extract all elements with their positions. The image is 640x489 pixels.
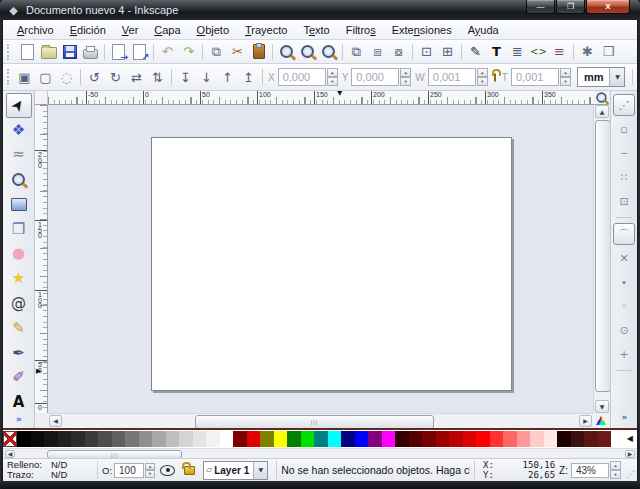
menu-edicion[interactable]: Edición [62, 22, 114, 38]
menu-capa[interactable]: Capa [146, 22, 188, 38]
select-all-icon[interactable]: ▣ [14, 67, 35, 87]
color-swatch[interactable] [584, 431, 598, 447]
color-swatch[interactable] [274, 431, 288, 447]
layers-dialog-icon[interactable]: ≣ [507, 42, 528, 62]
star-tool[interactable]: ★ [6, 266, 32, 291]
width-field-spinner[interactable]: ▲▼ [477, 68, 488, 86]
color-swatch[interactable] [166, 431, 180, 447]
snap-master-toggle[interactable]: ⋰ [613, 94, 635, 116]
fill-stroke-dialog-icon[interactable]: ✎ [465, 42, 486, 62]
color-swatch[interactable] [85, 431, 99, 447]
lock-ratio-icon[interactable] [494, 73, 496, 82]
sticky-zoom-button[interactable] [593, 91, 609, 105]
flip-vertical-icon[interactable]: ⇅ [147, 67, 168, 87]
vertical-ruler[interactable]: 2 0 01 5 01 0 05 00▶ [35, 105, 48, 413]
color-swatch[interactable] [301, 431, 315, 447]
zoom-spinner[interactable]: ▲▼ [610, 461, 621, 479]
unlink-clone-icon[interactable]: ⧇ [388, 42, 409, 62]
opacity-spinner[interactable]: ▲▼ [145, 463, 155, 478]
color-swatch[interactable] [382, 431, 396, 447]
spiral-tool[interactable]: @ [6, 291, 32, 316]
zoom-input[interactable]: 43% [571, 463, 609, 478]
snap-cusp-nodes[interactable]: ∙ [613, 271, 635, 293]
snap-bounding-box[interactable]: ▫ [613, 118, 635, 140]
color-swatch[interactable] [71, 431, 85, 447]
snap-midpoints[interactable]: ⊙ [613, 319, 635, 341]
color-swatch[interactable] [260, 431, 274, 447]
raise-to-top-icon[interactable]: ↥ [238, 67, 259, 87]
height-field-input[interactable]: 0,001 [511, 68, 559, 86]
scroll-up-arrow[interactable]: ▲ [595, 105, 609, 118]
menu-trayecto[interactable]: Trayecto [237, 22, 295, 38]
scroll-right-arrow[interactable]: ▶ [579, 415, 592, 427]
open-document-icon[interactable] [38, 42, 59, 62]
horizontal-scrollbar-thumb[interactable]: ||| [195, 415, 434, 428]
color-swatch[interactable] [395, 431, 409, 447]
title-bar[interactable]: ◆ Documento nuevo 4 - Inkscape — ❐ X [0, 0, 640, 20]
import-icon[interactable]: → [108, 42, 129, 62]
rotate-ccw-icon[interactable]: ↺ [84, 67, 105, 87]
color-swatch[interactable] [125, 431, 139, 447]
color-swatch[interactable] [44, 431, 58, 447]
color-swatch[interactable] [490, 431, 504, 447]
y-field-spinner[interactable]: ▲▼ [400, 68, 411, 86]
color-swatch[interactable] [341, 431, 355, 447]
snap-bbox-midpoints[interactable]: ⊡ [613, 190, 635, 212]
snap-bbox-edges[interactable]: ┄ [613, 142, 635, 164]
color-swatch[interactable] [557, 431, 571, 447]
resize-grip[interactable]: ⋰ [623, 461, 637, 479]
scroll-left-arrow[interactable]: ◀ [49, 415, 62, 427]
palette-scroll-right-arrow[interactable]: ▶ [625, 450, 635, 458]
new-document-icon[interactable] [17, 42, 38, 62]
color-swatch[interactable] [152, 431, 166, 447]
color-managed-display-button[interactable] [593, 413, 609, 428]
lower-to-bottom-icon[interactable]: ↧ [175, 67, 196, 87]
maximize-button[interactable]: ❐ [556, 0, 585, 14]
width-field-input[interactable]: 0,001 [428, 68, 476, 86]
color-swatch[interactable] [368, 431, 382, 447]
color-swatch[interactable] [530, 431, 544, 447]
vertical-scrollbar-thumb[interactable] [595, 120, 611, 392]
print-icon[interactable] [80, 42, 101, 62]
menu-archivo[interactable]: Archivo [9, 22, 62, 38]
snap-rotation-centers[interactable]: + [613, 343, 635, 365]
no-color-swatch[interactable] [3, 431, 17, 447]
toolbar-grip[interactable] [7, 69, 9, 85]
rotate-cw-icon[interactable]: ↻ [105, 67, 126, 87]
color-swatch[interactable] [476, 431, 490, 447]
page[interactable] [151, 137, 512, 391]
snap-smooth-nodes[interactable]: ◦ [613, 295, 635, 317]
color-swatch[interactable] [98, 431, 112, 447]
box-3d-tool[interactable]: ❐ [6, 217, 32, 242]
snapbar-overflow-chevron[interactable]: » [622, 413, 627, 422]
align-dialog-icon[interactable]: ≡ [549, 42, 570, 62]
flip-horizontal-icon[interactable]: ⇄ [126, 67, 147, 87]
color-swatch[interactable] [193, 431, 207, 447]
cut-icon[interactable]: ✂ [227, 42, 248, 62]
color-swatch[interactable] [355, 431, 369, 447]
zoom-tool[interactable] [6, 167, 32, 192]
color-swatch[interactable] [31, 431, 45, 447]
menu-extensiones[interactable]: Extensiones [384, 22, 460, 38]
color-swatch[interactable] [233, 431, 247, 447]
color-swatch[interactable] [409, 431, 423, 447]
tweak-tool[interactable]: ≈ [6, 143, 32, 168]
vertical-scrollbar[interactable]: ▲ ▼ [593, 105, 609, 413]
snap-nodes[interactable]: ⌒ [613, 223, 635, 245]
color-swatch[interactable] [139, 431, 153, 447]
palette-scrollbar[interactable]: ◀ ||| ▶ [3, 448, 637, 458]
chevron-down-icon[interactable]: ▼ [609, 68, 624, 86]
menu-texto[interactable]: Texto [295, 22, 337, 38]
color-swatch[interactable] [517, 431, 531, 447]
horizontal-ruler[interactable]: -50050100150200250300350▼ [48, 91, 593, 105]
scroll-down-arrow[interactable]: ▼ [595, 400, 609, 413]
copy-icon[interactable]: ⧉ [206, 42, 227, 62]
chevron-down-icon[interactable]: ▼ [253, 462, 267, 479]
deselect-icon[interactable]: ◌ [56, 67, 77, 87]
node-editor-tool[interactable]: ❖ [6, 118, 32, 143]
selector-tool[interactable]: ➤ [6, 93, 32, 118]
fill-stroke-indicator[interactable]: Relleno: N/D Trazo: N/D [3, 460, 93, 480]
x-field-input[interactable]: 0,000 [278, 68, 326, 86]
redo-icon[interactable]: ↷ [178, 42, 199, 62]
color-swatch[interactable] [571, 431, 585, 447]
